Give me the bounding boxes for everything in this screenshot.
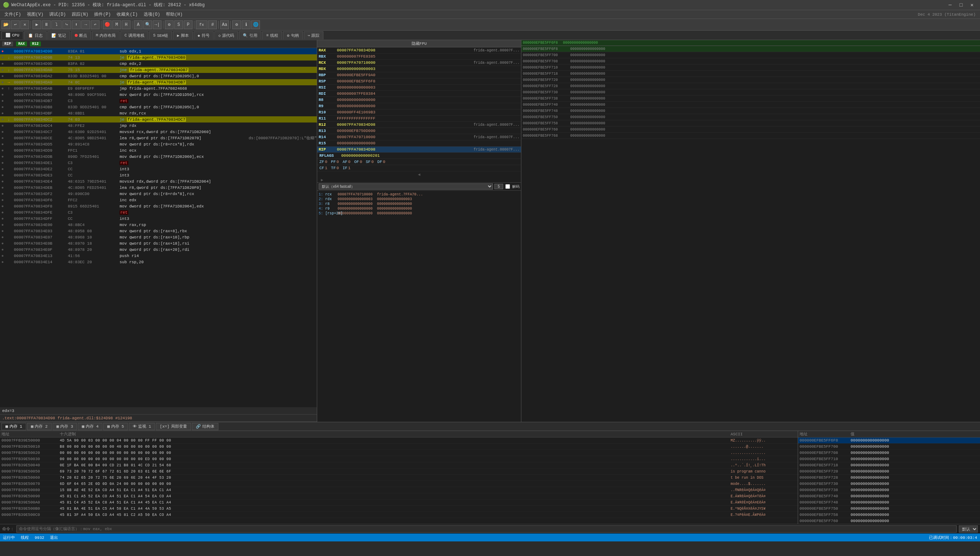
stack-row[interactable]: 000000EFBE5FF740 0000000000000000 [798,493,980,499]
disasm-row[interactable]: ●00007FFA70834DB048:890D 99CF5901mov qwo… [0,92,317,98]
tb-fx[interactable]: fx [196,20,207,29]
reg-row[interactable]: R11 FFFFFFFFFFFFFFFF [317,116,521,122]
stack-row[interactable]: 000000EFBE5FF750 0000000000000000 [798,506,980,512]
btab-locals[interactable]: [x=] 局部变量 [156,423,191,430]
reg-row[interactable]: RDI 000000007FFE0384 [317,91,521,97]
tab-log[interactable]: 📋 日志 [24,31,47,39]
disasm-row[interactable]: ●00007FFA70834DEB4C:8D05 FED25401lea r8,… [0,184,317,191]
tb-undo[interactable]: ↶ [91,20,100,29]
mem-row[interactable]: 00007FFB39E50000 4D 5A 90 00 03 00 00 00… [0,438,798,444]
menu-debug[interactable]: 调试(D) [46,11,69,18]
mem-row[interactable]: 00007FFB39E50070 6D 6F 64 65 2E 0D 0D 0A… [0,481,798,487]
reg-row[interactable]: RAX 00007FFA70834D98 frida-agent.00007F.… [317,47,521,53]
mem-view[interactable]: 地址 十六进制 ASCII 00007FFB39E50000 4D 5A 90 … [0,431,798,524]
disasm-row[interactable]: ●00007FFA70834DD9FFC1inc ecx [0,147,317,154]
tab-refs[interactable]: 🔍 引用 [239,31,262,39]
tb-hash[interactable]: # [208,20,217,29]
menu-file[interactable]: 文件(F) [2,11,24,18]
disasm-row[interactable]: ●00007FFA70834DBF48:8BD1mov rdx,rcx [0,110,317,116]
mem-row[interactable]: 00007FFB39E50010 B8 00 00 00 00 00 00 00… [0,444,798,450]
tb-stepout[interactable]: ⬆ [72,20,81,29]
status-exit[interactable]: 退出 [50,535,58,540]
tab-memlayout[interactable]: M 内存布局 [92,31,120,39]
fastcall-count[interactable] [494,184,503,189]
stack-row[interactable]: 000000EFBE5FF748 0000000000000000 [798,499,980,506]
stack-row[interactable]: 000000EFBE5FF720 0000000000000000 [798,469,980,475]
tb-plugins[interactable]: P [184,20,192,29]
tb-web[interactable]: 🌐 [251,20,260,29]
stack-row[interactable]: 000000EFBE5FF708 0000000000000000 [798,450,980,456]
stack-row[interactable]: 000000EFBE5FF700 0000000000000000 [798,444,980,450]
fastcall-checkbox[interactable] [505,184,510,189]
disasm-row[interactable]: ●00007FFA70834DF88915 66D25401mov dword … [0,203,317,209]
disasm-row[interactable]: ●00007FFA70834E0B48:8970 18mov qword ptr… [0,240,317,246]
tab-bp[interactable]: 断点 [71,31,91,39]
menu-trace[interactable]: 跟踪(N) [69,11,92,18]
reg-row[interactable]: R8 0000000000000000 [317,97,521,103]
stack-row[interactable]: 000000EFBE5FF760 0000000000000000 [798,518,980,524]
tb-script[interactable]: S [174,20,183,29]
reg-row[interactable]: R15 0000000000000000 [317,141,521,147]
tab-source[interactable]: ◇ 源代码 [215,31,239,39]
mem-row[interactable]: 00007FFB39E50080 15 8B AE 4E 52 EA CO A4… [0,487,798,493]
close-button[interactable]: ✕ [967,0,977,10]
disasm-row[interactable]: ●00007FFA70834E0348:8958 08mov qword ptr… [0,228,317,234]
tab-script[interactable]: ▶ 脚本 [173,31,193,39]
disasm-row[interactable]: ●00007FFA70834DF249:890CD0mov qword ptr … [0,191,317,197]
stack-row[interactable]: 000000EFBE5FF738 0000000000000000 [798,487,980,493]
disasm-row[interactable]: ●00007FFA70834DFEC3ret [0,209,317,215]
disasm-row[interactable]: ●00007FFA70834DF6FFC2inc edx [0,197,317,203]
disasm-row[interactable]: ●00007FFA70834DE3CCint3 [0,172,317,178]
tab-symbols[interactable]: ◆ 符号 [194,31,214,39]
disasm-row[interactable]: ●00007FFA70834DE1C3ret [0,160,317,166]
reg-row[interactable]: RBX 000000007FFE0385 [317,53,521,60]
tb-stepover[interactable]: ⤷ [62,20,71,29]
stack-row[interactable]: 000000EFBE5FF730 0000000000000000 [798,481,980,487]
reg-row[interactable]: RDX 0000000000000003 [317,66,521,72]
menu-favorites[interactable]: 收藏夹(I) [114,11,141,18]
reg-row[interactable]: RBP 000000EFBE5FF9A0 [317,72,521,78]
tab-notes[interactable]: 📝 笔记 [47,31,70,39]
tb-run[interactable]: ▶ [32,20,41,29]
scroll-left[interactable]: ◀ [317,171,521,178]
disasm-row[interactable]: ●00007FFA70834DD549:8914C8mov qword ptr … [0,141,317,147]
tb-stepinto[interactable]: ⤵ [52,20,61,29]
disasm-area[interactable]: ●00007FFA70834D9883EA 01sub edx,1●↓00007… [0,48,317,407]
disasm-row[interactable]: ●00007FFA70834E0748:8968 10mov qword ptr… [0,234,317,240]
tb-patch[interactable]: ⚙ [165,20,174,29]
tb-mem[interactable]: M [112,20,121,29]
tb-runto[interactable]: → [81,20,90,29]
tb-goto[interactable]: →| [153,20,161,29]
btab-mem4[interactable]: ▦ 内存 4 [77,423,102,430]
btab-struct[interactable]: 🔗 结构体 [192,423,218,430]
reg-row[interactable]: R14 00007FFA70710000 frida-agent.00007F.… [317,134,521,141]
minimize-button[interactable]: ─ [945,0,955,10]
mem-row[interactable]: 00007FFB39E500A0 45 81 C4 A5 52 EA C8 A4… [0,499,798,506]
tb-open[interactable]: 📂 [2,20,10,29]
stack-panel[interactable]: 地址 值 000000EFBE5FF6F8 000000000000000000… [798,431,980,524]
disasm-row[interactable]: ●00007FFA70834E0F48:8978 20mov qword ptr… [0,246,317,253]
tb-bp[interactable]: 🔴 [103,20,111,29]
tab-callstack[interactable]: C 调用堆栈 [120,31,149,39]
mem-row[interactable]: 00007FFB39E50040 0E 1F BA 0E 00 B4 09 CD… [0,462,798,469]
disasm-row[interactable]: ●00007FFA70834DC748:6300 92D25401movsxd … [0,129,317,135]
reg-row[interactable]: RSI 0000000000000003 [317,85,521,91]
maximize-button[interactable]: □ [956,0,966,10]
disasm-row[interactable]: ●↓00007FFA70834DA075 15jne frida-agent.7… [0,67,317,73]
disasm-row[interactable]: ●00007FFA70834D9D83FA 02cmp edx,2 [0,60,317,67]
mem-row[interactable]: 00007FFB39E50050 69 73 20 70 72 6F 67 72… [0,469,798,475]
reg-row[interactable]: R13 000000EFB750D000 [317,128,521,134]
reg-row[interactable]: RCX 00007FFA70710000 frida-agent.00007F.… [317,60,521,66]
disasm-row[interactable]: ●00007FFA70834E1448:83EC 20sub rsp,20 [0,259,317,265]
disasm-row[interactable]: ●00007FFA70834DCE4C:8D05 9BD25401lea r8,… [0,135,317,141]
disasm-row[interactable]: ●00007FFA70834DC448:FFE2jmp rdx [0,123,317,129]
tab-seh[interactable]: S SEH链 [149,31,172,39]
tb-asm[interactable]: A [134,20,142,29]
tb-settings[interactable]: ⚙ [232,20,241,29]
menu-options[interactable]: 选项(O) [141,11,163,18]
tb-search[interactable]: 🔍 [143,20,152,29]
mem-row[interactable]: 00007FFB39E50090 45 81 C1 A5 52 EA CO A4… [0,493,798,499]
tab-threads[interactable]: ≡ 线程 [262,31,282,39]
tb-restart[interactable]: ↩ [11,20,20,29]
disasm-row[interactable]: ●↓00007FFA70834D9B74 13je frida-agent.7F… [0,54,317,60]
